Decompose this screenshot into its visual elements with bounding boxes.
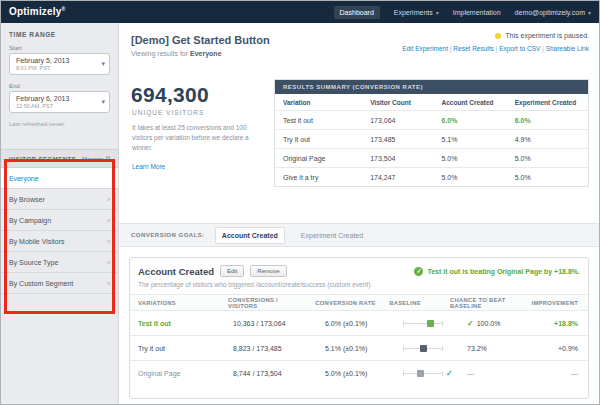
- app-window: Optimizely® Dashboard Experiments▾ Imple…: [0, 0, 600, 405]
- nav-item-experiments[interactable]: Experiments▾: [394, 9, 439, 16]
- learn-more-link[interactable]: Learn More: [132, 163, 165, 170]
- segment-item-by-browser[interactable]: By Browser›: [1, 189, 118, 210]
- variation-name: Test it out: [130, 320, 225, 327]
- goal-description: The percentage of visitors who triggered…: [130, 279, 588, 294]
- goal-title: Account Created: [138, 266, 214, 277]
- manage-segments-link[interactable]: Manage⧉: [82, 155, 110, 162]
- segment-label: By Browser: [9, 189, 45, 210]
- experiment-title: [Demo] Get Started Button: [131, 34, 270, 46]
- baseline-cell: ✓: [395, 369, 459, 378]
- edit-goal-button[interactable]: Edit: [220, 265, 244, 277]
- start-date-dropdown[interactable]: February 5, 2013 8:01 PM, PST ▾: [9, 53, 110, 75]
- segment-label: By Mobile Visitors: [9, 231, 65, 252]
- chevron-right-icon: ›: [107, 273, 110, 294]
- baseline-cell: [395, 345, 459, 352]
- status-text: This experiment is paused.: [505, 32, 589, 39]
- paused-status-icon: [495, 33, 501, 39]
- variation-name: Give it a try: [275, 174, 362, 181]
- reset-results-link[interactable]: Reset Results: [453, 45, 499, 52]
- chance-value: 100.0%: [477, 320, 501, 327]
- start-time-value: 8:01 PM, PST: [16, 65, 93, 71]
- subtitle-segment-name: Everyone: [190, 50, 222, 57]
- navbar-menu: Dashboard Experiments▾ Implementation de…: [334, 6, 591, 19]
- conversions-visitors: 8,744 / 173,504: [225, 370, 317, 377]
- experiment-created-rate: 5.0%: [507, 155, 588, 162]
- variation-name: Try it out: [275, 136, 362, 143]
- brand-text: Optimizely: [9, 7, 62, 18]
- baseline-check-icon: ✓: [446, 369, 453, 378]
- column-header-visitor-count: Visitor Count: [362, 99, 433, 106]
- table-row: Try it out 8,823 / 173,485 5.1% (±0.1%) …: [130, 335, 588, 360]
- winner-banner-text: Test it out is beating Original Page by …: [427, 268, 580, 275]
- chance-to-beat-cell: ✓ 100.0%: [459, 319, 545, 328]
- start-label: Start: [9, 45, 110, 51]
- column-header-account-created: Account Created: [433, 99, 506, 106]
- segment-label: Everyone: [9, 168, 39, 189]
- sidebar: TIME RANGE Start February 5, 2013 8:01 P…: [1, 23, 119, 404]
- shareable-link[interactable]: Shareable Link: [546, 45, 589, 52]
- goal-panel-header: Account Created Edit Remove ✓ Test it ou…: [130, 258, 588, 279]
- conversions-visitors: 8,823 / 173,485: [225, 345, 317, 352]
- end-date-dropdown[interactable]: February 6, 2013 12:50 AM, PST ▾: [9, 91, 110, 113]
- nav-item-account[interactable]: demo@optimizely.com▾: [515, 9, 591, 16]
- unique-visitors-count: 694,300: [131, 83, 209, 107]
- remove-goal-button[interactable]: Remove: [250, 265, 286, 277]
- segment-item-everyone[interactable]: Everyone›: [1, 168, 118, 189]
- optimizely-logo[interactable]: Optimizely®: [9, 6, 65, 17]
- chevron-right-icon: ›: [107, 189, 110, 210]
- account-created-panel: Account Created Edit Remove ✓ Test it ou…: [129, 257, 589, 399]
- visitor-count: 174,247: [362, 174, 433, 181]
- edit-experiment-link[interactable]: Edit Experiment: [402, 45, 453, 52]
- conversions-visitors: 10,363 / 173,064: [225, 320, 317, 327]
- chance-value: —: [467, 370, 474, 377]
- experiment-status: This experiment is paused.: [495, 32, 589, 39]
- end-label: End: [9, 83, 110, 89]
- experiment-created-rate: 4.9%: [507, 136, 588, 143]
- slider-handle: [420, 345, 427, 352]
- visitor-count: 173,485: [362, 136, 433, 143]
- table-row: Test it out 173,064 6.0% 6.0%: [275, 110, 588, 129]
- account-created-rate: 5.1%: [433, 136, 506, 143]
- tab-account-created[interactable]: Account Created: [215, 227, 285, 244]
- conversion-rate: 5.0% (±0.1%): [317, 370, 395, 377]
- baseline-cell: [395, 320, 459, 327]
- table-row: Original Page 8,744 / 173,504 5.0% (±0.1…: [130, 360, 588, 385]
- nav-label: Implementation: [453, 9, 501, 16]
- visitor-segments-title: VISITOR SEGMENTS: [9, 156, 76, 162]
- column-header-experiment-created: Experiment Created: [507, 99, 588, 106]
- confidence-interval-slider: [403, 345, 443, 352]
- variation-name: Original Page: [130, 370, 225, 377]
- confidence-interval-slider: [403, 320, 443, 327]
- slider-handle: [417, 370, 424, 377]
- segment-item-by-custom-segment[interactable]: By Custom Segment›: [1, 273, 118, 294]
- chevron-right-icon: ›: [107, 210, 110, 231]
- segment-item-by-source-type[interactable]: By Source Type›: [1, 252, 118, 273]
- nav-item-dashboard[interactable]: Dashboard: [334, 6, 380, 19]
- main-content: [Demo] Get Started Button Viewing result…: [119, 23, 599, 404]
- tab-experiment-created[interactable]: Experiment Created: [295, 228, 369, 243]
- nav-label: Dashboard: [340, 9, 374, 16]
- visitor-segments-header: VISITOR SEGMENTS Manage⧉: [1, 149, 118, 168]
- start-date-value: February 5, 2013: [16, 57, 93, 64]
- confidence-interval-slider: [403, 370, 443, 377]
- export-csv-link[interactable]: Export to CSV: [499, 45, 546, 52]
- chance-value: 73.2%: [467, 345, 487, 352]
- segment-item-by-campaign[interactable]: By Campaign›: [1, 210, 118, 231]
- check-icon: ✓: [467, 319, 474, 328]
- improvement-value: +18.8%: [545, 320, 588, 327]
- visitor-count: 173,064: [362, 117, 433, 124]
- winner-banner: ✓ Test it out is beating Original Page b…: [414, 267, 580, 276]
- improvement-value: +0.9%: [545, 345, 588, 352]
- chevron-right-icon: ›: [107, 252, 110, 273]
- column-header-conversions-visitors: CONVERSIONS / VISITORS: [220, 297, 307, 309]
- column-header-improvement: IMPROVEMENT: [524, 300, 588, 306]
- column-header-chance-to-beat-baseline: CHANCE TO BEAT BASELINE: [442, 297, 524, 309]
- summary-header-row: Variation Visitor Count Account Created …: [275, 94, 588, 110]
- experiment-created-rate: 5.0%: [507, 174, 588, 181]
- table-row: Give it a try 174,247 5.0% 5.0%: [275, 167, 588, 186]
- segment-item-by-mobile-visitors[interactable]: By Mobile Visitors›: [1, 231, 118, 252]
- improvement-value: —: [545, 370, 588, 377]
- chevron-down-icon: ▾: [101, 98, 105, 106]
- results-summary-table: RESULTS SUMMARY (CONVERSION RATE) Variat…: [274, 79, 589, 187]
- nav-item-implementation[interactable]: Implementation: [453, 9, 501, 16]
